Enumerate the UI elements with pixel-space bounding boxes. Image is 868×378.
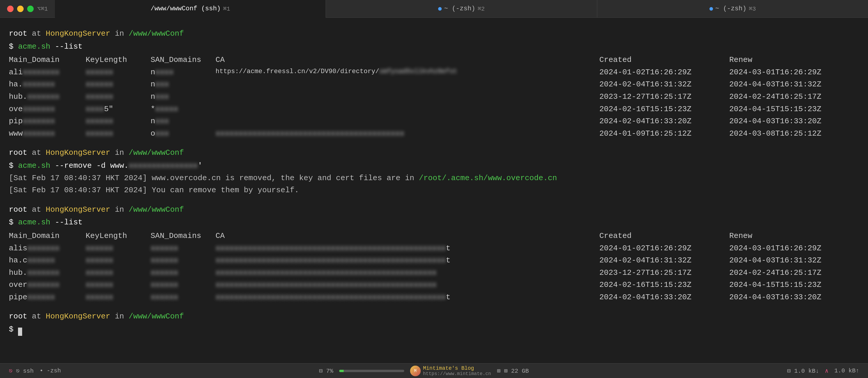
status-left: ⎋ ⎋ ssh • -zsh	[9, 367, 61, 374]
table-row: alixxxxxxxx xxxxxx nxxxx https://acme.fr…	[9, 66, 859, 79]
table-row: hub.xxxxxxx xxxxxx nxxx 2023-12-27T16:25…	[9, 91, 859, 103]
shell-indicator: • -zsh	[39, 367, 61, 374]
close-button[interactable]	[7, 6, 13, 12]
window-controls: ⌥⌘1	[0, 5, 55, 12]
prompt-server-1: HongKongServer	[46, 29, 110, 38]
progress-bar-fill	[339, 370, 344, 372]
ssh-indicator: ⎋ ⎋ ssh	[9, 367, 34, 374]
tab-1-label: /www/wwwConf (ssh)	[151, 5, 221, 12]
upload-speed: 1.0 kB↑	[834, 367, 859, 374]
tab-3-dot	[709, 7, 713, 11]
upload-indicator: ∧	[825, 367, 829, 374]
table-row: ha.cxxxxxx xxxxxx xxxxxx xxxxxxxxxxxxxxx…	[9, 254, 859, 267]
status-bar: ⎋ ⎋ ssh • -zsh ⊟ 7% M Mintimate's Blog h…	[0, 363, 868, 378]
download-speed: ⊟ 1.0 kB↓	[787, 367, 819, 374]
titlebar: ⌥⌘1 /www/wwwConf (ssh) ⌘1 ~ (-zsh) ⌘2 ~ …	[0, 0, 868, 18]
prompt-block-1: root at HongKongServer in /www/wwwConf	[9, 28, 859, 40]
tab-3[interactable]: ~ (-zsh) ⌘3	[597, 0, 868, 18]
terminal-cursor	[18, 328, 22, 336]
prompt-block-4: root at HongKongServer in /www/wwwConf	[9, 310, 859, 323]
table-row: alisxxxxxxx xxxxxx xxxxxx xxxxxxxxxxxxxx…	[9, 242, 859, 255]
progress-bar	[339, 370, 404, 372]
minimize-button[interactable]	[17, 6, 24, 12]
table-row: hub.xxxxxxx xxxxxx xxxxxx xxxxxxxxxxxxxx…	[9, 267, 859, 279]
table-row: pipxxxxxxx xxxxxx nxxx 2024-02-04T16:33:…	[9, 115, 859, 128]
table-row: overxxxxxxx xxxxxx xxxxxx xxxxxxxxxxxxxx…	[9, 279, 859, 291]
table-row: ha.xxxxxxx xxxxxx nxxx 2024-02-04T16:31:…	[9, 78, 859, 91]
tab-bar: /www/wwwConf (ssh) ⌘1 ~ (-zsh) ⌘2 ~ (-zs…	[55, 0, 868, 18]
output-remove-2: [Sat Feb 17 08:40:37 HKT 2024] You can r…	[9, 184, 859, 197]
command-1: $ acme.sh --list	[9, 41, 859, 53]
table-header-2: Main_Domain KeyLength SAN_Domains CA Cre…	[9, 230, 859, 242]
window-shortcut: ⌥⌘1	[37, 5, 48, 12]
table-row: wwwxxxxxxx xxxxxx oxxx xxxxxxxxxxxxxxxxx…	[9, 128, 859, 140]
table-row: ovexxxxxxx xxxx5" *xxxxx 2024-02-16T15:1…	[9, 103, 859, 115]
tab-2-label: ~ (-zsh)	[444, 5, 475, 12]
blog-avatar: M	[410, 366, 421, 376]
prompt-block-3: root at HongKongServer in /www/wwwConf	[9, 204, 859, 216]
prompt-dir-1: /www/wwwConf	[129, 29, 184, 38]
prompt-block-2: root at HongKongServer in /www/wwwConf	[9, 147, 859, 159]
tab-2[interactable]: ~ (-zsh) ⌘2	[326, 0, 597, 18]
command-2: $ acme.sh --list	[9, 216, 859, 229]
maximize-button[interactable]	[27, 6, 34, 12]
table-row: pipexxxxxx xxxxxx xxxxxx xxxxxxxxxxxxxxx…	[9, 291, 859, 304]
blog-name: Mintimate's Blog	[423, 365, 491, 371]
disk-info: ⊞ ⊞ 22 GB	[497, 367, 529, 374]
command-remove: $ acme.sh --remove -d www.xxxxxxxxxxxxxx…	[9, 160, 859, 172]
output-remove-1: [Sat Feb 17 08:40:37 HKT 2024] www.overc…	[9, 172, 859, 184]
table-header-1: Main_Domain KeyLength SAN_Domains CA Cre…	[9, 54, 859, 66]
tab-3-label: ~ (-zsh)	[715, 5, 747, 12]
command-final: $	[9, 323, 859, 336]
tab-2-dot	[438, 7, 442, 11]
progress-pct: ⊟ 7%	[319, 367, 333, 374]
status-center: ⊟ 7% M Mintimate's Blog https://www.mint…	[319, 365, 529, 377]
blog-badge: M Mintimate's Blog https://www.mintimate…	[410, 365, 491, 377]
prompt-root-1: root	[9, 29, 27, 38]
tab-1-shortcut: ⌘1	[223, 5, 230, 12]
status-right: ⊟ 1.0 kB↓ ∧ 1.0 kB↑	[787, 367, 859, 374]
blog-url: https://www.mintimate.cn	[423, 371, 491, 377]
tab-3-shortcut: ⌘3	[749, 5, 756, 12]
terminal-content: root at HongKongServer in /www/wwwConf $…	[0, 18, 868, 363]
tab-1[interactable]: /www/wwwConf (ssh) ⌘1	[55, 0, 326, 18]
tab-2-shortcut: ⌘2	[478, 5, 485, 12]
